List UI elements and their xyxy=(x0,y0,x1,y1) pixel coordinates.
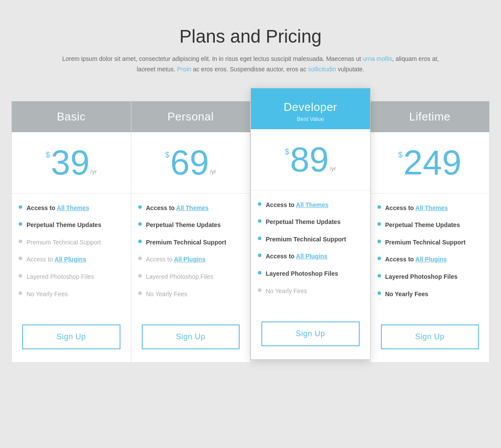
feature-dot-basic-4 xyxy=(19,274,22,277)
feature-dot-personal-0 xyxy=(138,205,142,209)
feature-text-basic-0: Access to All Themes xyxy=(27,204,89,213)
plan-header-personal: Personal xyxy=(131,101,250,132)
feature-item-developer-1: Perpetual Theme Updates xyxy=(258,218,361,227)
price-currency-personal: $ xyxy=(165,150,170,160)
feature-dot-developer-1 xyxy=(258,219,261,223)
feature-link-basic-3[interactable]: All Plugins xyxy=(55,256,86,263)
price-currency-basic: $ xyxy=(46,150,50,160)
feature-item-basic-5: No Yearly Fees xyxy=(19,290,122,299)
feature-item-personal-1: Perpetual Theme Updates xyxy=(138,221,242,230)
plan-basic: Basic$39/yrAccess to All ThemesPerpetual… xyxy=(11,101,131,363)
feature-text-personal-2: Premium Technical Support xyxy=(146,238,227,247)
feature-text-lifetime-2: Premium Technical Support xyxy=(385,238,466,247)
plan-footer-personal: Sign Up xyxy=(131,316,250,362)
feature-text-lifetime-3: Access to All Plugins xyxy=(385,255,447,264)
feature-link-personal-3[interactable]: All Plugins xyxy=(174,256,205,263)
feature-text-personal-1: Perpetual Theme Updates xyxy=(146,221,221,230)
feature-dot-basic-1 xyxy=(19,222,22,226)
plan-name-personal: Personal xyxy=(136,110,246,124)
page-title: Plans and Pricing xyxy=(55,26,446,47)
feature-dot-personal-4 xyxy=(138,274,142,277)
plan-personal: Personal$69/yrAccess to All ThemesPerpet… xyxy=(131,101,251,363)
plan-footer-basic: Sign Up xyxy=(12,316,131,362)
feature-dot-personal-5 xyxy=(138,291,142,295)
feature-dot-lifetime-3 xyxy=(377,257,381,260)
signup-button-basic[interactable]: Sign Up xyxy=(22,324,120,349)
plan-features-lifetime: Access to All ThemesPerpetual Theme Upda… xyxy=(371,194,490,316)
feature-item-personal-0: Access to All Themes xyxy=(138,204,242,213)
feature-item-developer-0: Access to All Themes xyxy=(258,201,361,210)
feature-item-developer-5: No Yearly Fees xyxy=(258,287,361,296)
feature-text-basic-2: Premium Technical Support xyxy=(27,238,101,247)
feature-link-basic-0[interactable]: All Themes xyxy=(57,204,90,211)
feature-text-developer-4: Layered Photoshop Files xyxy=(266,270,338,278)
plan-price-developer: $89/yr xyxy=(251,129,370,191)
plan-footer-developer: Sign Up xyxy=(251,313,370,359)
plan-header-basic: Basic xyxy=(12,101,131,132)
feature-item-lifetime-3: Access to All Plugins xyxy=(377,255,481,264)
plan-developer: DeveloperBest Value$89/yrAccess to All T… xyxy=(250,88,371,360)
feature-text-lifetime-5: No Yearly Fees xyxy=(385,290,428,299)
feature-text-basic-3: Access to All Plugins xyxy=(27,255,86,264)
feature-text-personal-0: Access to All Themes xyxy=(146,204,209,213)
price-currency-lifetime: $ xyxy=(398,150,403,160)
feature-dot-lifetime-2 xyxy=(377,240,381,243)
plan-header-lifetime: Lifetime xyxy=(371,101,490,132)
price-amount-personal: 69 xyxy=(170,145,209,180)
plan-price-personal: $69/yr xyxy=(131,132,250,194)
subtitle-link-proin[interactable]: Proin xyxy=(177,66,191,73)
feature-item-basic-0: Access to All Themes xyxy=(19,204,122,213)
feature-item-basic-2: Premium Technical Support xyxy=(19,238,122,247)
pricing-table: Basic$39/yrAccess to All ThemesPerpetual… xyxy=(11,101,490,363)
signup-button-lifetime[interactable]: Sign Up xyxy=(381,324,479,349)
feature-text-personal-4: Layered Photoshop Files xyxy=(146,273,214,281)
signup-button-developer[interactable]: Sign Up xyxy=(261,321,360,346)
feature-item-personal-5: No Yearly Fees xyxy=(138,290,242,299)
subtitle-link-sollicitudin[interactable]: sollicitudin xyxy=(308,66,336,73)
feature-text-developer-3: Access to All Plugins xyxy=(266,252,327,261)
feature-item-lifetime-4: Layered Photoshop Files xyxy=(377,273,481,281)
feature-dot-basic-5 xyxy=(19,291,22,295)
feature-dot-basic-2 xyxy=(19,240,22,243)
feature-text-personal-3: Access to All Plugins xyxy=(146,255,206,264)
feature-item-personal-4: Layered Photoshop Files xyxy=(138,273,242,281)
feature-text-personal-5: No Yearly Fees xyxy=(146,290,187,299)
feature-item-lifetime-5: No Yearly Fees xyxy=(377,290,481,299)
feature-dot-personal-2 xyxy=(138,240,142,243)
feature-item-lifetime-1: Perpetual Theme Updates xyxy=(377,221,481,230)
signup-button-personal[interactable]: Sign Up xyxy=(142,324,240,349)
feature-text-developer-0: Access to All Themes xyxy=(266,201,328,210)
subtitle-link-urna[interactable]: urna mollis xyxy=(363,55,392,62)
price-period-basic: /yr xyxy=(90,168,97,175)
plan-header-developer: DeveloperBest Value xyxy=(251,88,370,129)
feature-text-developer-5: No Yearly Fees xyxy=(266,287,307,296)
feature-link-developer-0[interactable]: All Themes xyxy=(296,201,329,208)
feature-link-lifetime-0[interactable]: All Themes xyxy=(415,204,448,211)
feature-item-developer-4: Layered Photoshop Files xyxy=(258,270,361,278)
feature-text-basic-5: No Yearly Fees xyxy=(27,290,68,299)
feature-dot-lifetime-4 xyxy=(377,274,381,277)
plan-lifetime: Lifetime$249Access to All ThemesPerpetua… xyxy=(371,101,490,363)
feature-link-developer-3[interactable]: All Plugins xyxy=(296,253,327,260)
feature-link-personal-0[interactable]: All Themes xyxy=(176,204,209,211)
feature-dot-basic-3 xyxy=(19,257,22,260)
feature-item-basic-1: Perpetual Theme Updates xyxy=(19,221,122,230)
price-period-developer: /yr xyxy=(330,165,336,172)
feature-text-basic-4: Layered Photoshop Files xyxy=(27,273,94,281)
price-amount-basic: 39 xyxy=(51,145,90,180)
feature-dot-basic-0 xyxy=(19,205,22,209)
feature-dot-developer-3 xyxy=(258,254,261,257)
plan-name-basic: Basic xyxy=(16,110,127,124)
plan-name-developer: Developer xyxy=(255,100,366,114)
feature-text-lifetime-1: Perpetual Theme Updates xyxy=(385,221,460,230)
feature-text-lifetime-0: Access to All Themes xyxy=(385,204,448,213)
page-subtitle: Lorem ipsum dolor sit amet, consectetur … xyxy=(55,54,446,75)
feature-link-lifetime-3[interactable]: All Plugins xyxy=(415,256,447,263)
plan-badge-developer: Best Value xyxy=(255,116,366,122)
feature-item-lifetime-2: Premium Technical Support xyxy=(377,238,481,247)
feature-item-personal-3: Access to All Plugins xyxy=(138,255,242,264)
price-amount-lifetime: 249 xyxy=(404,145,461,180)
feature-text-developer-2: Premium Technical Support xyxy=(266,235,346,244)
plan-footer-lifetime: Sign Up xyxy=(371,316,490,362)
plan-price-basic: $39/yr xyxy=(12,132,131,194)
